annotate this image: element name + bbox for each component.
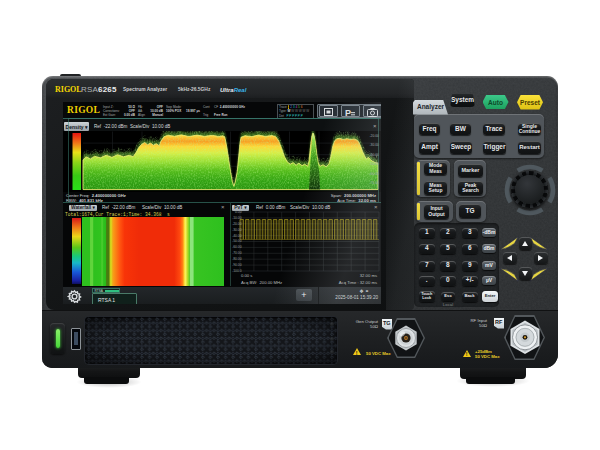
svg-text:P: P	[345, 108, 351, 117]
